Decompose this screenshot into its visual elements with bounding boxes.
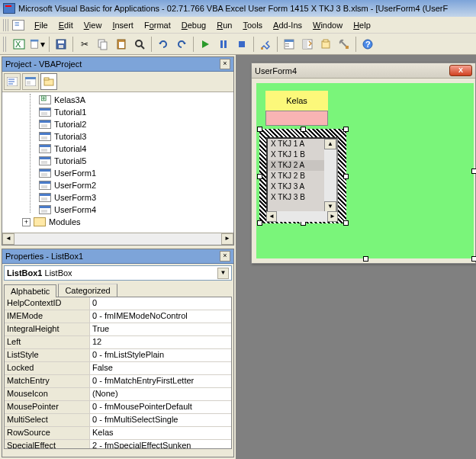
run-button[interactable] [197, 36, 214, 53]
menu-file[interactable]: File [29, 19, 53, 31]
prop-row-matchentry[interactable]: MatchEntry0 - fmMatchEntryFirstLetter [5, 375, 231, 388]
view-object-button[interactable] [22, 73, 39, 90]
cut-button[interactable]: ✂ [76, 36, 93, 53]
save-button[interactable] [53, 36, 69, 53]
list-item[interactable]: X TKJ 2 A [268, 160, 324, 171]
toggle-folders-button[interactable] [40, 73, 57, 90]
svg-rect-5 [58, 40, 64, 43]
listbox-selection[interactable]: X TKJ 1 AX TKJ 1 BX TKJ 2 AX TKJ 2 BX TK… [259, 129, 346, 223]
object-selector-combo[interactable]: ListBox1 ListBox ▼ [4, 265, 232, 281]
menu-bar: File Edit View Insert Format Debug Run T… [0, 17, 476, 34]
close-icon[interactable]: X [449, 65, 472, 76]
list-item[interactable]: X TKJ 3 A [268, 181, 324, 192]
paste-button[interactable] [113, 36, 130, 53]
svg-rect-3 [31, 39, 39, 41]
tree-item-userform3[interactable]: UserForm3 [4, 191, 232, 204]
properties-grid[interactable]: HelpContextID0IMEMode0 - fmIMEModeNoCont… [4, 297, 232, 449]
svg-text:?: ? [365, 40, 371, 49]
toolbar-grip[interactable] [3, 37, 8, 52]
list-item[interactable]: X TKJ 2 B [268, 171, 324, 181]
label-kelas[interactable]: Kelas [265, 91, 328, 111]
form-icon [39, 169, 51, 178]
break-button[interactable] [215, 36, 232, 53]
tree-item-tutorial3[interactable]: Tutorial3 [4, 130, 232, 143]
tree-item-tutorial2[interactable]: Tutorial2 [4, 118, 232, 130]
object-browser-button[interactable] [317, 36, 334, 53]
menu-window[interactable]: Window [307, 19, 348, 31]
prop-row-specialeffect[interactable]: SpecialEffect2 - fmSpecialEffectSunken [5, 440, 231, 449]
main-toolbar: X ▾ ✂ ? [0, 34, 476, 55]
list-item[interactable]: X TKJ 1 A [268, 139, 324, 149]
prop-row-multiselect[interactable]: MultiSelect0 - fmMultiSelectSingle [5, 414, 231, 427]
prop-row-imemode[interactable]: IMEMode0 - fmIMEModeNoControl [5, 310, 231, 323]
vscrollbar[interactable]: ▲▼ [324, 139, 336, 212]
expand-icon[interactable]: + [22, 218, 31, 226]
menu-debug[interactable]: Debug [176, 19, 211, 31]
menu-run[interactable]: Run [211, 19, 237, 31]
tree-item-userform2[interactable]: UserForm2 [4, 179, 232, 191]
view-excel-button[interactable]: X [11, 36, 27, 53]
find-button[interactable] [131, 36, 148, 53]
properties-panel-title[interactable]: Properties - ListBox1 × [2, 249, 233, 264]
undo-button[interactable] [155, 36, 172, 53]
menu-addins[interactable]: Add-Ins [268, 19, 307, 31]
properties-window-button[interactable] [299, 36, 316, 53]
form-icon [39, 132, 51, 141]
menu-help[interactable]: Help [348, 19, 376, 31]
close-icon[interactable]: × [220, 59, 230, 69]
textbox-control[interactable] [265, 111, 328, 126]
prop-row-helpcontextid[interactable]: HelpContextID0 [5, 297, 231, 310]
menu-tools[interactable]: Tools [237, 19, 268, 31]
copy-button[interactable] [95, 36, 111, 53]
close-icon[interactable]: × [220, 251, 230, 262]
userform-canvas[interactable]: Kelas X TKJ 1 AX TKJ 1 BX TKJ 2 AX [256, 83, 474, 258]
menu-view[interactable]: View [79, 19, 108, 31]
svg-rect-33 [25, 77, 36, 79]
tree-item-tutorial1[interactable]: Tutorial1 [4, 106, 232, 118]
prop-row-rowsource[interactable]: RowSourceKelas [5, 427, 231, 440]
form-icon [39, 108, 51, 117]
list-item[interactable]: X TKJ 3 B [268, 192, 324, 203]
prop-row-liststyle[interactable]: ListStyle0 - fmListStylePlain [5, 349, 231, 362]
tree-folder-modules[interactable]: +Modules [4, 216, 232, 228]
hscrollbar[interactable]: ◄► [266, 211, 338, 222]
menu-format[interactable]: Format [139, 19, 176, 31]
menubar-grip[interactable] [3, 19, 9, 31]
project-explorer-button[interactable] [281, 36, 298, 53]
tree-hscroll[interactable]: ◄► [2, 233, 233, 245]
prop-row-integralheight[interactable]: IntegralHeightTrue [5, 323, 231, 336]
redo-button[interactable] [173, 36, 190, 53]
tree-item-tutorial5[interactable]: Tutorial5 [4, 155, 232, 167]
tab-categorized[interactable]: Categorized [58, 284, 117, 297]
prop-row-mousepointer[interactable]: MousePointer0 - fmMousePointerDefault [5, 401, 231, 414]
view-code-button[interactable] [4, 73, 21, 90]
system-menu-icon[interactable] [12, 20, 24, 30]
tree-item-userform4[interactable]: UserForm4 [4, 204, 232, 216]
menu-insert[interactable]: Insert [107, 19, 139, 31]
tree-item-kelas3a[interactable]: Kelas3A [4, 94, 232, 106]
tree-item-tutorial4[interactable]: Tutorial4 [4, 143, 232, 155]
toolbox-button[interactable] [336, 36, 352, 53]
help-button[interactable]: ? [359, 36, 376, 53]
list-item[interactable]: X TKJ 1 B [268, 149, 324, 160]
form-icon [39, 156, 51, 165]
insert-button[interactable]: ▾ [29, 36, 46, 53]
listbox-control[interactable]: X TKJ 1 AX TKJ 1 BX TKJ 2 AX TKJ 2 BX TK… [266, 137, 338, 213]
tree-item-userform1[interactable]: UserForm1 [4, 167, 232, 179]
menu-edit[interactable]: Edit [53, 19, 79, 31]
tab-alphabetic[interactable]: Alphabetic [4, 284, 56, 297]
prop-row-left[interactable]: Left12 [5, 336, 231, 349]
svg-text:X: X [15, 40, 21, 49]
project-tree[interactable]: Kelas3ATutorial1Tutorial2Tutorial3Tutori… [2, 92, 233, 233]
prop-row-mouseicon[interactable]: MouseIcon(None) [5, 388, 231, 401]
title-text: Microsoft Visual Basic for Applications … [18, 4, 448, 13]
project-panel-title[interactable]: Project - VBAProject × [2, 57, 233, 72]
designer-window[interactable]: UserForm4 X Kelas [251, 63, 476, 264]
reset-button[interactable] [233, 36, 250, 53]
svg-rect-24 [323, 40, 328, 42]
form-icon [39, 144, 51, 153]
prop-row-locked[interactable]: LockedFalse [5, 362, 231, 375]
chevron-down-icon[interactable]: ▼ [217, 268, 229, 279]
design-mode-button[interactable] [257, 36, 274, 53]
form-icon [39, 205, 51, 214]
